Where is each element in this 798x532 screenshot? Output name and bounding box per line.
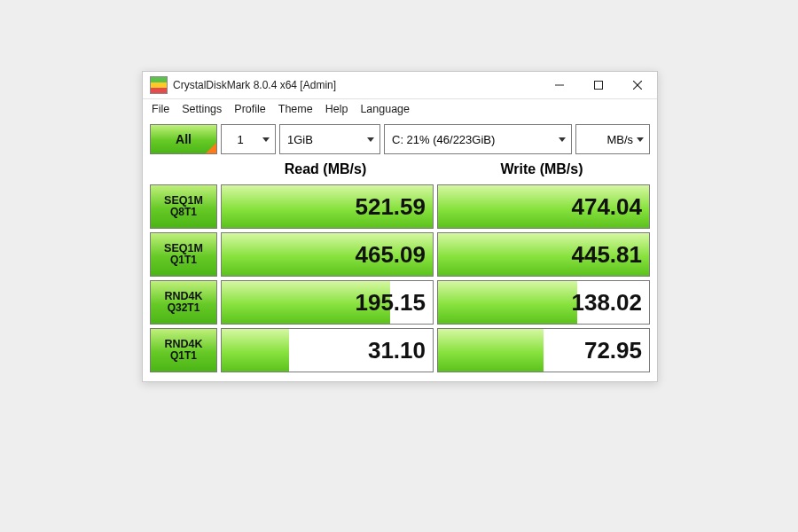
- window-buttons: [540, 72, 657, 98]
- app-window: CrystalDiskMark 8.0.4 x64 [Admin] File S…: [142, 71, 658, 382]
- menu-file[interactable]: File: [152, 103, 169, 115]
- runs-select[interactable]: 1: [221, 124, 276, 154]
- client-area: All 1 1GiB C: 21% (46/223GiB) MB/s Read …: [143, 121, 657, 381]
- read-value: 31.10: [368, 337, 426, 364]
- read-bar: [222, 329, 289, 372]
- test-button-seq1m-q8t1[interactable]: SEQ1MQ8T1: [150, 184, 217, 229]
- results-grid: SEQ1MQ8T1521.59474.04SEQ1MQ1T1465.09445.…: [150, 184, 650, 372]
- minimize-button[interactable]: [540, 72, 579, 98]
- write-bar: [438, 281, 577, 324]
- read-cell: 521.59: [221, 184, 434, 229]
- unit-value: MB/s: [606, 133, 633, 146]
- read-cell: 465.09: [221, 232, 434, 277]
- test-label-line2: Q1T1: [170, 350, 197, 362]
- read-value: 521.59: [355, 193, 426, 221]
- runs-value: 1: [237, 133, 243, 146]
- result-row: SEQ1MQ1T1465.09445.81: [150, 232, 650, 277]
- column-headers: Read (MB/s) Write (MB/s): [150, 158, 650, 181]
- read-cell: 195.15: [221, 280, 434, 325]
- result-row: RND4KQ32T1195.15138.02: [150, 280, 650, 325]
- drive-value: C: 21% (46/223GiB): [392, 133, 495, 146]
- menu-language[interactable]: Language: [360, 103, 410, 115]
- menu-settings[interactable]: Settings: [182, 103, 222, 115]
- read-value: 465.09: [355, 241, 426, 269]
- app-icon: [150, 76, 168, 94]
- run-all-button[interactable]: All: [150, 124, 217, 154]
- read-header: Read (MB/s): [217, 158, 434, 181]
- test-label-line2: Q8T1: [170, 207, 197, 218]
- title-bar[interactable]: CrystalDiskMark 8.0.4 x64 [Admin]: [143, 72, 657, 99]
- toolbar: All 1 1GiB C: 21% (46/223GiB) MB/s: [150, 124, 650, 154]
- write-cell: 445.81: [437, 232, 650, 277]
- test-button-rnd4k-q1t1[interactable]: RND4KQ1T1: [150, 328, 217, 372]
- test-size-select[interactable]: 1GiB: [279, 124, 380, 154]
- close-button[interactable]: [618, 72, 657, 98]
- maximize-button[interactable]: [579, 72, 618, 98]
- menu-help[interactable]: Help: [325, 103, 348, 115]
- write-value: 474.04: [571, 193, 642, 221]
- read-value: 195.15: [355, 289, 426, 317]
- menu-theme[interactable]: Theme: [278, 103, 313, 115]
- result-row: RND4KQ1T131.1072.95: [150, 328, 650, 372]
- test-button-rnd4k-q32t1[interactable]: RND4KQ32T1: [150, 280, 217, 325]
- write-cell: 474.04: [437, 184, 650, 229]
- test-label-line2: Q1T1: [170, 254, 197, 266]
- read-cell: 31.10: [221, 328, 434, 372]
- menu-bar: File Settings Profile Theme Help Languag…: [143, 99, 657, 121]
- write-cell: 72.95: [437, 328, 650, 372]
- svg-rect-1: [595, 82, 603, 90]
- menu-profile[interactable]: Profile: [234, 103, 265, 115]
- test-button-seq1m-q1t1[interactable]: SEQ1MQ1T1: [150, 232, 217, 277]
- header-spacer: [150, 158, 217, 181]
- write-value: 138.02: [571, 289, 642, 317]
- test-size-value: 1GiB: [287, 133, 313, 146]
- drive-select[interactable]: C: 21% (46/223GiB): [384, 124, 572, 154]
- write-bar: [438, 329, 544, 372]
- test-label-line2: Q32T1: [168, 302, 200, 314]
- write-value: 72.95: [584, 337, 642, 364]
- result-row: SEQ1MQ8T1521.59474.04: [150, 184, 650, 229]
- write-value: 445.81: [571, 241, 642, 269]
- window-title: CrystalDiskMark 8.0.4 x64 [Admin]: [173, 79, 540, 91]
- write-header: Write (MB/s): [434, 158, 650, 181]
- write-cell: 138.02: [437, 280, 650, 325]
- unit-select[interactable]: MB/s: [575, 124, 650, 154]
